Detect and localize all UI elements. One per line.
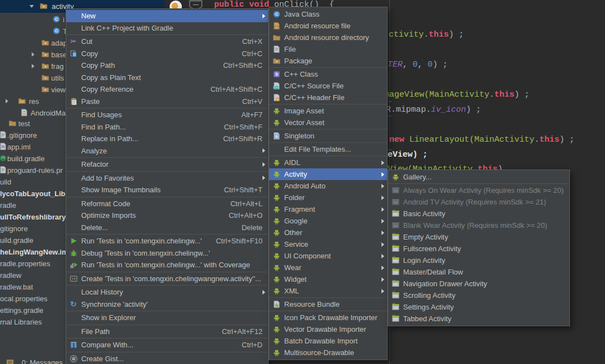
- package-folder-icon: [41, 85, 50, 94]
- menu-item-navigation-drawer-activity[interactable]: Navigation Drawer Activity: [388, 278, 569, 290]
- menu-item-find-in-path[interactable]: Find in Path...Ctrl+Shift+F: [66, 121, 268, 133]
- chevron-right-icon[interactable]: [6, 99, 8, 103]
- status-bar-messages[interactable]: 0: Messages: [6, 358, 63, 364]
- no-icon: [272, 145, 281, 154]
- menu-item-debug-tests-in-com-tengxin-chelingw[interactable]: Debug 'Tests in 'com.tengxin.chelingw...…: [66, 247, 268, 260]
- menu-item-other[interactable]: Other: [269, 227, 387, 238]
- menu-item-android-resource-file[interactable]: Android resource file: [269, 20, 387, 32]
- menu-item-image-asset[interactable]: Image Asset: [269, 105, 387, 117]
- menu-item-package[interactable]: Package: [269, 55, 387, 67]
- menu-item-android-resource-directory[interactable]: Android resource directory: [269, 32, 387, 43]
- chevron-down-icon[interactable]: [29, 5, 34, 8]
- menu-item-label: Find Usages: [81, 111, 122, 119]
- menu-item-show-in-explorer[interactable]: Show in Explorer: [66, 312, 268, 324]
- menu-item-google[interactable]: Google: [269, 215, 387, 227]
- menu-item-paste[interactable]: PasteCtrl+V: [66, 96, 268, 108]
- menu-item-label: Run 'Tests in 'com.tengxin.chelingw...' …: [81, 261, 250, 269]
- menu-item-optimize-imports[interactable]: Optimize ImportsCtrl+Alt+O: [66, 210, 268, 222]
- menu-item-settings-activity[interactable]: Settings Activity: [388, 301, 569, 313]
- menu-item-singleton[interactable]: BSingleton: [269, 130, 387, 142]
- activity-template-icon: [391, 245, 400, 253]
- menu-item-android-auto[interactable]: Android Auto: [269, 180, 387, 192]
- android-icon: [272, 325, 281, 334]
- menu-item-run-tests-in-com-tengxin-chelingw-with-cov[interactable]: Run 'Tests in 'com.tengxin.chelingw...' …: [66, 259, 268, 271]
- menu-item-c-c-header-file[interactable]: hC/C++ Header File: [269, 92, 387, 103]
- menu-item-label: Batch Drawable Import: [284, 337, 358, 345]
- manifest-icon: [20, 108, 29, 117]
- menu-item-multisource-drawable[interactable]: Multisource-Drawable: [269, 347, 387, 358]
- tree-item-label: view: [51, 84, 66, 96]
- menu-item-tabbed-activity[interactable]: Tabbed Activity: [388, 313, 569, 325]
- tree-item-label: gitignore: [0, 223, 28, 235]
- menu-item-cut[interactable]: ✂CutCtrl+X: [66, 36, 268, 48]
- menu-item-basic-activity[interactable]: Basic Activity: [388, 208, 569, 220]
- menu-item-link-c-project-with-gradle[interactable]: Link C++ Project with Gradle: [66, 22, 268, 34]
- menu-item-vector-drawable-importer[interactable]: Vector Drawable Importer: [269, 323, 387, 335]
- menu-item-run-tests-in-com-tengxin-chelingw[interactable]: Run 'Tests in 'com.tengxin.chelingw...'C…: [66, 235, 268, 247]
- menu-item-create-gist[interactable]: Create Gist...: [66, 353, 268, 364]
- menu-item-c-c-source-file[interactable]: C++C/C++ Source File: [269, 80, 387, 92]
- menu-item-fullscreen-activity[interactable]: Fullscreen Activity: [388, 243, 569, 255]
- menu-item-service[interactable]: Service: [269, 238, 387, 250]
- menu-item-copy-path[interactable]: Copy PathCtrl+Shift+C: [66, 59, 268, 72]
- menu-item-file[interactable]: File: [269, 43, 387, 55]
- menu-item-edit-file-templates[interactable]: Edit File Templates...: [269, 143, 387, 155]
- menu-item-synchronize-activity[interactable]: ↻Synchronize 'activity': [66, 298, 268, 311]
- menu-item-scrolling-activity[interactable]: Scrolling Activity: [388, 290, 569, 301]
- menu-item-label: Create Gist...: [81, 355, 124, 363]
- code-segment: iv_icon: [431, 105, 466, 114]
- menu-item-copy-reference[interactable]: Copy ReferenceCtrl+Alt+Shift+C: [66, 83, 268, 96]
- menu-item-label: Vector Drawable Importer: [284, 325, 366, 333]
- menu-item-file-path[interactable]: File PathCtrl+Alt+F12: [66, 326, 268, 338]
- menu-item-resource-bundle[interactable]: Resource Bundle: [269, 298, 387, 310]
- menu-item-c-class[interactable]: SC++ Class: [269, 68, 387, 80]
- menu-item-refactor[interactable]: Refactor: [66, 158, 268, 171]
- code-segment: .: [534, 135, 539, 144]
- no-icon: [69, 327, 78, 336]
- resource-file-icon: [272, 22, 281, 31]
- android-icon: [272, 263, 281, 272]
- menu-item-analyze[interactable]: Analyze: [66, 145, 268, 157]
- menu-item-login-activity[interactable]: Login Activity: [388, 255, 569, 266]
- menu-item-fragment[interactable]: Fragment: [269, 203, 387, 215]
- menu-separator: [269, 142, 387, 143]
- menu-item-copy[interactable]: CopyCtrl+C: [66, 48, 268, 60]
- menu-item-local-history[interactable]: Local History: [66, 286, 268, 298]
- menu-item-find-usages[interactable]: Find UsagesAlt+F7: [66, 109, 268, 121]
- menu-item-folder[interactable]: Folder: [269, 192, 387, 203]
- menu-item-widget[interactable]: Widget: [269, 273, 387, 285]
- activity-template-disabled-icon: [391, 198, 400, 207]
- chevron-right-icon[interactable]: [32, 52, 34, 57]
- chevron-right-icon[interactable]: [32, 64, 34, 68]
- menu-item-ui-component[interactable]: UI Component: [269, 250, 387, 262]
- tree-item-label: base: [51, 49, 67, 61]
- menu-item-batch-drawable-import[interactable]: Batch Drawable Import: [269, 335, 387, 347]
- menu-item-master-detail-flow[interactable]: Master/Detail Flow: [388, 266, 569, 278]
- tree-item-label: radle: [0, 200, 16, 211]
- submenu-arrow-icon: [381, 172, 384, 177]
- menu-item-wear[interactable]: Wear: [269, 262, 387, 273]
- tree-item-label: ullToRefreshlibrary: [0, 211, 66, 223]
- code-line: new LinearLayout(MainActivity.this) ;: [389, 135, 574, 144]
- menu-item-new[interactable]: New: [66, 10, 268, 22]
- menu-item-label: Icon Pack Drawable Importer: [284, 313, 378, 322]
- menu-item-copy-as-plain-text[interactable]: Copy as Plain Text: [66, 72, 268, 84]
- menu-item-vector-asset[interactable]: Vector Asset: [269, 117, 387, 128]
- menu-item-gallery[interactable]: Gallery...: [388, 171, 569, 183]
- menu-item-reformat-code[interactable]: Reformat CodeCtrl+Alt+L: [66, 198, 268, 210]
- menu-item-show-image-thumbnails[interactable]: Show Image ThumbnailsCtrl+Shift+T: [66, 184, 268, 196]
- menu-item-java-class[interactable]: CJava Class: [269, 8, 387, 20]
- menu-item-activity[interactable]: Activity: [269, 168, 387, 180]
- menu-item-label: Gallery...: [403, 173, 432, 181]
- menu-item-replace-in-path[interactable]: Replace in Path...Ctrl+Shift+R: [66, 133, 268, 145]
- menu-item-empty-activity[interactable]: Empty Activity: [388, 231, 569, 243]
- menu-separator: [269, 129, 387, 129]
- menu-item-add-to-favorites[interactable]: Add to Favorites: [66, 172, 268, 185]
- menu-item-xml[interactable]: XML: [269, 285, 387, 297]
- menu-item-icon-pack-drawable-importer[interactable]: Icon Pack Drawable Importer: [269, 312, 387, 323]
- menu-item-delete[interactable]: Delete...Delete: [66, 222, 268, 234]
- tree-item-label: heLingWangNew.im: [0, 246, 68, 258]
- menu-item-aidl[interactable]: AIDL: [269, 157, 387, 168]
- menu-item-compare-with[interactable]: Compare With...Ctrl+D: [66, 339, 268, 351]
- menu-item-create-tests-in-com-tengxin-chelingwangnew[interactable]: Create 'Tests in 'com.tengxin.chelingwan…: [66, 273, 268, 285]
